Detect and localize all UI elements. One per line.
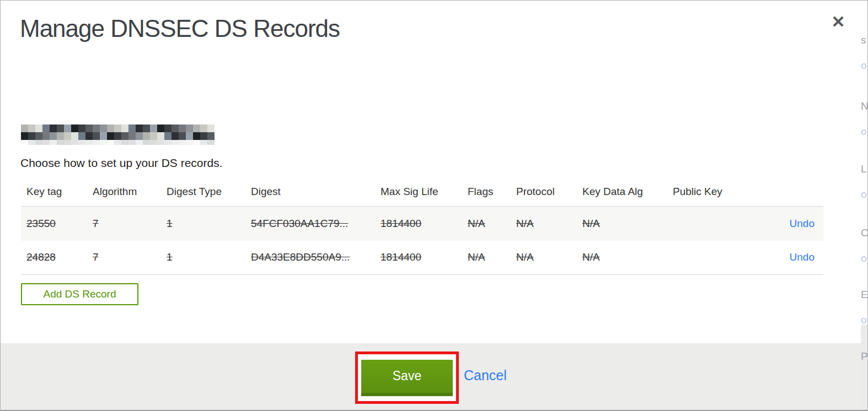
- cell-flags: N/A: [468, 251, 485, 263]
- background-page-sliver: soNoLoCoEoP: [861, 1, 867, 410]
- cell-key-tag: 23550: [26, 218, 56, 229]
- cancel-link[interactable]: Cancel: [464, 367, 507, 383]
- background-text-fragment: s: [861, 35, 866, 45]
- background-text-fragment: C: [861, 228, 867, 238]
- cell-digest-type: 1: [167, 218, 173, 229]
- annotation-highlight-box: Save: [355, 351, 459, 404]
- background-text-fragment: N: [861, 101, 867, 111]
- dnssec-ds-records-modal: Manage DNSSEC DS Records ✕ Choose how to…: [1, 1, 861, 410]
- column-header-actions: [744, 183, 823, 207]
- undo-link[interactable]: Undo: [790, 251, 815, 263]
- column-header-flags: Flags: [462, 183, 511, 207]
- background-text-fragment: E: [861, 289, 867, 300]
- cell-max-sig-life: 1814400: [381, 251, 421, 263]
- column-header-algorithm: Algorithm: [87, 183, 161, 207]
- column-header-key-data-alg: Key Data Alg: [577, 183, 667, 207]
- undo-link[interactable]: Undo: [790, 218, 815, 229]
- background-text-fragment: o: [861, 126, 867, 137]
- background-text-fragment: P: [861, 351, 867, 361]
- column-header-digest-type: Digest Type: [161, 183, 245, 207]
- table-header-row: Key tag Algorithm Digest Type Digest Max…: [21, 183, 823, 207]
- cell-digest: D4A33E8DD550A9...: [251, 251, 350, 263]
- cell-key-data-alg: N/A: [582, 218, 600, 229]
- column-header-key-tag: Key tag: [21, 183, 87, 207]
- add-ds-record-button[interactable]: Add DS Record: [21, 283, 138, 305]
- background-text-fragment: L: [861, 164, 867, 174]
- save-button[interactable]: Save: [361, 360, 453, 396]
- cell-key-tag: 24828: [26, 251, 56, 263]
- column-header-digest: Digest: [245, 183, 375, 207]
- ds-record-row: 23550 7 1 54FCF030AA1C79... 1814400 N/A …: [21, 207, 823, 241]
- column-header-protocol: Protocol: [511, 183, 577, 207]
- background-text-fragment: o: [861, 253, 867, 263]
- column-header-max-sig-life: Max Sig Life: [375, 183, 462, 207]
- page-title: Manage DNSSEC DS Records: [20, 15, 340, 42]
- cell-algorithm: 7: [93, 218, 99, 229]
- cell-algorithm: 7: [93, 251, 99, 263]
- cell-protocol: N/A: [516, 218, 534, 229]
- column-header-public-key: Public Key: [667, 183, 744, 207]
- ds-record-row: 24828 7 1 D4A33E8DD550A9... 1814400 N/A …: [21, 241, 823, 275]
- background-text-fragment: o: [861, 189, 867, 199]
- cell-digest-type: 1: [167, 251, 173, 263]
- close-icon[interactable]: ✕: [827, 10, 850, 34]
- ds-records-table: Key tag Algorithm Digest Type Digest Max…: [21, 183, 823, 275]
- cell-protocol: N/A: [516, 251, 534, 263]
- cell-key-data-alg: N/A: [582, 251, 600, 263]
- background-text-fragment: o: [861, 315, 867, 325]
- instruction-text: Choose how to set up your DS records.: [20, 156, 223, 170]
- background-text-fragment: o: [861, 60, 867, 71]
- cell-flags: N/A: [468, 218, 485, 229]
- modal-footer: Save Cancel: [1, 343, 861, 410]
- cell-digest: 54FCF030AA1C79...: [251, 218, 348, 229]
- cell-max-sig-life: 1814400: [381, 218, 421, 229]
- redacted-domain-name: [21, 125, 215, 145]
- screenshot-frame: Manage DNSSEC DS Records ✕ Choose how to…: [0, 0, 868, 411]
